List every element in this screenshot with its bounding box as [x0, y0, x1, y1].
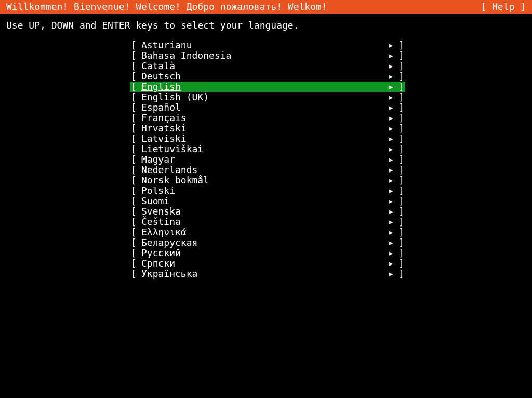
chevron-right-icon: ▸	[383, 154, 394, 165]
language-item[interactable]: [Magyar▸]	[130, 154, 405, 165]
bracket-right: ]	[394, 196, 405, 206]
language-label: Lietuviškai	[141, 144, 383, 154]
header-bar: Willkommen! Bienvenue! Welcome! Добро по…	[0, 0, 532, 14]
bracket-left: [	[130, 165, 141, 175]
chevron-right-icon: ▸	[383, 113, 394, 123]
language-label: Norsk bokmål	[141, 175, 383, 185]
language-item[interactable]: [Polski▸]	[130, 185, 405, 196]
bracket-left: [	[130, 144, 141, 154]
bracket-right: ]	[394, 237, 405, 248]
bracket-left: [	[130, 134, 141, 144]
instruction-text: Use UP, DOWN and ENTER keys to select yo…	[0, 14, 532, 31]
language-list: [Asturianu▸][Bahasa Indonesia▸][Català▸]…	[130, 40, 405, 279]
bracket-right: ]	[394, 165, 405, 175]
language-label: Čeština	[141, 217, 383, 227]
chevron-right-icon: ▸	[383, 206, 394, 217]
chevron-right-icon: ▸	[383, 258, 394, 269]
language-item[interactable]: [English (UK)▸]	[130, 92, 405, 102]
chevron-right-icon: ▸	[383, 196, 394, 206]
bracket-right: ]	[394, 82, 405, 92]
chevron-right-icon: ▸	[383, 185, 394, 196]
language-item[interactable]: [Čeština▸]	[130, 217, 405, 227]
language-label: English (UK)	[141, 92, 383, 102]
bracket-right: ]	[394, 71, 405, 82]
language-item[interactable]: [Ελληνικά▸]	[130, 227, 405, 237]
bracket-left: [	[130, 102, 141, 113]
chevron-right-icon: ▸	[383, 227, 394, 237]
chevron-right-icon: ▸	[383, 61, 394, 71]
language-item[interactable]: [Русский▸]	[130, 248, 405, 258]
chevron-right-icon: ▸	[383, 217, 394, 227]
help-button[interactable]: [ Help ]	[481, 0, 526, 14]
language-item[interactable]: [Bahasa Indonesia▸]	[130, 50, 405, 61]
bracket-left: [	[130, 269, 141, 279]
language-label: Català	[141, 61, 383, 71]
language-item[interactable]: [English▸]	[130, 82, 405, 92]
chevron-right-icon: ▸	[383, 82, 394, 92]
bracket-right: ]	[394, 154, 405, 165]
chevron-right-icon: ▸	[383, 269, 394, 279]
chevron-right-icon: ▸	[383, 50, 394, 61]
bracket-left: [	[130, 258, 141, 269]
bracket-right: ]	[394, 175, 405, 185]
language-label: Русский	[141, 248, 383, 258]
bracket-right: ]	[394, 92, 405, 102]
language-item[interactable]: [Svenska▸]	[130, 206, 405, 217]
bracket-right: ]	[394, 123, 405, 134]
language-label: Svenska	[141, 206, 383, 217]
bracket-right: ]	[394, 185, 405, 196]
language-label: Français	[141, 113, 383, 123]
language-label: Українська	[141, 269, 383, 279]
language-item[interactable]: [Suomi▸]	[130, 196, 405, 206]
bracket-left: [	[130, 154, 141, 165]
bracket-left: [	[130, 50, 141, 61]
language-item[interactable]: [Français▸]	[130, 113, 405, 123]
language-item[interactable]: [Српски▸]	[130, 258, 405, 269]
chevron-right-icon: ▸	[383, 165, 394, 175]
language-label: Bahasa Indonesia	[141, 50, 383, 61]
language-item[interactable]: [Español▸]	[130, 102, 405, 113]
language-label: Suomi	[141, 196, 383, 206]
bracket-right: ]	[394, 258, 405, 269]
language-item[interactable]: [Norsk bokmål▸]	[130, 175, 405, 185]
bracket-right: ]	[394, 40, 405, 50]
language-label: Latviski	[141, 134, 383, 144]
bracket-left: [	[130, 196, 141, 206]
bracket-left: [	[130, 206, 141, 217]
bracket-left: [	[130, 248, 141, 258]
chevron-right-icon: ▸	[383, 237, 394, 248]
bracket-left: [	[130, 175, 141, 185]
bracket-left: [	[130, 227, 141, 237]
language-item[interactable]: [Asturianu▸]	[130, 40, 405, 50]
chevron-right-icon: ▸	[383, 175, 394, 185]
language-label: English	[141, 82, 383, 92]
chevron-right-icon: ▸	[383, 102, 394, 113]
language-label: Polski	[141, 185, 383, 196]
bracket-right: ]	[394, 102, 405, 113]
bracket-left: [	[130, 113, 141, 123]
bracket-left: [	[130, 123, 141, 134]
language-label: Español	[141, 102, 383, 113]
bracket-right: ]	[394, 206, 405, 217]
bracket-right: ]	[394, 50, 405, 61]
header-title: Willkommen! Bienvenue! Welcome! Добро по…	[6, 0, 327, 14]
language-item[interactable]: [Nederlands▸]	[130, 165, 405, 175]
chevron-right-icon: ▸	[383, 40, 394, 50]
language-item[interactable]: [Hrvatski▸]	[130, 123, 405, 134]
bracket-right: ]	[394, 217, 405, 227]
language-label: Беларуская	[141, 237, 383, 248]
bracket-right: ]	[394, 134, 405, 144]
language-item[interactable]: [Українська▸]	[130, 269, 405, 279]
language-label: Ελληνικά	[141, 227, 383, 237]
language-item[interactable]: [Català▸]	[130, 61, 405, 71]
language-item[interactable]: [Latviski▸]	[130, 134, 405, 144]
chevron-right-icon: ▸	[383, 123, 394, 134]
bracket-right: ]	[394, 269, 405, 279]
language-item[interactable]: [Deutsch▸]	[130, 71, 405, 82]
bracket-right: ]	[394, 248, 405, 258]
language-item[interactable]: [Lietuviškai▸]	[130, 144, 405, 154]
bracket-left: [	[130, 237, 141, 248]
chevron-right-icon: ▸	[383, 248, 394, 258]
language-item[interactable]: [Беларуская▸]	[130, 237, 405, 248]
language-label: Magyar	[141, 154, 383, 165]
